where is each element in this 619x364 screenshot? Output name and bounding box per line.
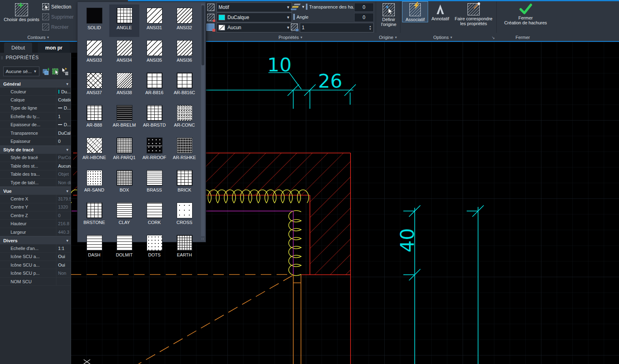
pattern-item-ansi34[interactable]: ANSI34: [109, 37, 139, 69]
angle-value-field[interactable]: 0: [354, 13, 374, 22]
set-origin-button[interactable]: + Définir l'origine: [378, 1, 400, 27]
pattern-item-ar-conc[interactable]: AR-CONC: [169, 102, 199, 134]
property-row[interactable]: Style de tracéParCoul...: [0, 154, 71, 162]
property-value[interactable]: Cotatio...: [56, 96, 71, 103]
close-hatch-button[interactable]: Fermer Création de hachures: [499, 1, 552, 26]
scale-spinner[interactable]: 1 ▲▼: [300, 23, 374, 32]
pattern-item-ansi31[interactable]: ANSI31: [139, 4, 169, 37]
property-row[interactable]: Epaisseur0: [0, 137, 71, 145]
gallery-resize-grip-icon[interactable]: ∷: [201, 237, 204, 241]
transparency-slider[interactable]: [306, 4, 307, 10]
pattern-item-ansi32[interactable]: ANSI32: [169, 4, 199, 37]
annotative-toggle-button[interactable]: Annotatif: [428, 1, 452, 22]
property-row[interactable]: Centre X3179.5: [0, 195, 71, 203]
section-header[interactable]: Vue▾: [0, 187, 71, 195]
section-header[interactable]: Général▾: [0, 80, 71, 88]
pattern-item-solid[interactable]: SOLID: [79, 4, 109, 37]
property-value[interactable]: 440.3: [56, 228, 71, 236]
chevron-down-icon[interactable]: ▾: [66, 82, 68, 86]
pattern-item-ar-b816[interactable]: AR-B816: [139, 69, 169, 102]
tab-drawing[interactable]: mon pr: [38, 43, 69, 53]
pattern-item-ar-hbone[interactable]: AR-HBONE: [79, 134, 109, 167]
pattern-item-box[interactable]: BOX: [109, 167, 139, 199]
match-split-chevron-icon[interactable]: ▾: [490, 17, 492, 21]
chevron-down-icon[interactable]: ▾: [66, 189, 68, 193]
property-row[interactable]: Icône SCU a...Oui: [0, 261, 71, 269]
pattern-item-clay[interactable]: CLAY: [109, 199, 139, 232]
pick-points-button[interactable]: + Choisir des points: [2, 1, 41, 22]
pattern-item-dots[interactable]: DOTS: [139, 232, 169, 264]
contours-panel-label[interactable]: Contours▾: [0, 34, 76, 41]
property-value[interactable]: Objet: [56, 170, 71, 178]
select-objects-button[interactable]: Sélection: [42, 3, 71, 10]
property-value[interactable]: Aucune: [56, 162, 71, 170]
property-row[interactable]: TransparenceDuCalq...: [0, 129, 71, 137]
property-value[interactable]: 1: [56, 112, 71, 120]
property-value[interactable]: [56, 278, 71, 285]
property-value[interactable]: Oui: [56, 253, 71, 261]
pattern-item-ar-sand[interactable]: AR-SAND: [79, 167, 109, 199]
property-row[interactable]: Icône SCU p...Non: [0, 269, 71, 277]
pattern-item-earth[interactable]: EARTH: [169, 232, 199, 264]
property-value[interactable]: Non di...: [56, 179, 71, 186]
property-value[interactable]: ParCoul...: [56, 154, 71, 162]
pattern-item-ansi36[interactable]: ANSI36: [169, 37, 199, 69]
layers-chevron-icon[interactable]: ▼: [301, 5, 305, 9]
palette-title-bar[interactable]: ⣿ PROPRIÉTÉS: [0, 53, 71, 62]
angle-slider[interactable]: [293, 14, 295, 20]
property-row[interactable]: Table des tra...Objet: [0, 170, 71, 179]
selection-filter-combo[interactable]: Aucune sé... ▼: [3, 67, 39, 76]
property-row[interactable]: Icône SCU a...Oui: [0, 253, 71, 261]
background-color-combo[interactable]: Aucun ▼: [216, 23, 292, 32]
pattern-item-angle[interactable]: ANGLE: [109, 4, 139, 37]
property-row[interactable]: Largeur440.3: [0, 228, 71, 236]
hatch-type-combo[interactable]: Motif ▼: [216, 2, 292, 12]
select-objects-icon[interactable]: [52, 67, 59, 75]
pattern-item-ar-b816c[interactable]: AR-B816C: [169, 69, 199, 102]
toggle-pickadd-icon[interactable]: +: [42, 67, 49, 75]
property-value[interactable]: 3179.5: [56, 195, 71, 202]
property-value[interactable]: 1320: [56, 203, 71, 211]
property-row[interactable]: Type de tabl...Non di...: [0, 179, 71, 187]
gallery-scrollbar[interactable]: [201, 4, 205, 236]
pattern-item-ar-brelm[interactable]: AR-BRELM: [109, 102, 139, 134]
property-row[interactable]: Table des st...Aucune: [0, 162, 71, 170]
chevron-down-icon[interactable]: ▾: [66, 148, 68, 152]
property-value[interactable]: 216.8: [56, 220, 71, 227]
property-row[interactable]: Echelle du ty...1: [0, 112, 71, 121]
spinner-arrows-icon[interactable]: ▲▼: [369, 25, 372, 30]
pattern-item-ar-rshke[interactable]: AR-RSHKE: [169, 134, 199, 167]
pattern-item-ar-rroof[interactable]: AR-RROOF: [139, 134, 169, 167]
pattern-item-ar-parq1[interactable]: AR-PARQ1: [109, 134, 139, 167]
property-row[interactable]: NOM SCU: [0, 278, 71, 286]
pattern-item-brick[interactable]: BRICK: [169, 167, 199, 199]
options-dialog-launcher-icon[interactable]: ↘: [491, 35, 495, 40]
property-value[interactable]: Non: [56, 269, 71, 277]
pattern-item-ansi38[interactable]: ANSI38: [109, 69, 139, 102]
pattern-item-brstone[interactable]: BRSTONE: [79, 199, 109, 232]
hatch-color-combo[interactable]: DuCalque ▼: [216, 13, 292, 22]
pattern-item-brass[interactable]: BRASS: [139, 167, 169, 199]
pattern-item-cross[interactable]: CROSS: [169, 199, 199, 232]
options-panel-label[interactable]: Options▾: [400, 34, 485, 41]
properties-panel-label[interactable]: Propriétés▾: [205, 34, 376, 41]
pattern-item-ar-b88[interactable]: AR-B88: [79, 102, 109, 134]
pattern-item-ansi37[interactable]: ANSI37: [79, 69, 109, 102]
property-value[interactable]: 0: [56, 211, 71, 219]
pattern-item-ansi33[interactable]: ANSI33: [79, 37, 109, 69]
property-value[interactable]: Oui: [56, 261, 71, 269]
property-value[interactable]: D...: [56, 104, 71, 112]
layers-icon[interactable]: [291, 3, 301, 11]
tab-start[interactable]: Début: [4, 43, 32, 53]
section-header[interactable]: Divers▾: [0, 236, 71, 244]
quick-select-icon[interactable]: [61, 67, 68, 75]
property-row[interactable]: Centre Z0: [0, 211, 71, 220]
property-value[interactable]: DuCalq...: [56, 129, 71, 137]
pattern-item-ansi35[interactable]: ANSI35: [139, 37, 169, 69]
property-row[interactable]: Echelle d'an...1:1: [0, 244, 71, 252]
property-row[interactable]: CalqueCotatio...: [0, 96, 71, 104]
section-header[interactable]: Style de tracé▾: [0, 146, 71, 154]
match-properties-button[interactable]: Faire correspondre les propriétés: [452, 1, 495, 26]
property-value[interactable]: 0: [56, 137, 71, 145]
origin-panel-label[interactable]: Origine▾: [376, 34, 400, 41]
